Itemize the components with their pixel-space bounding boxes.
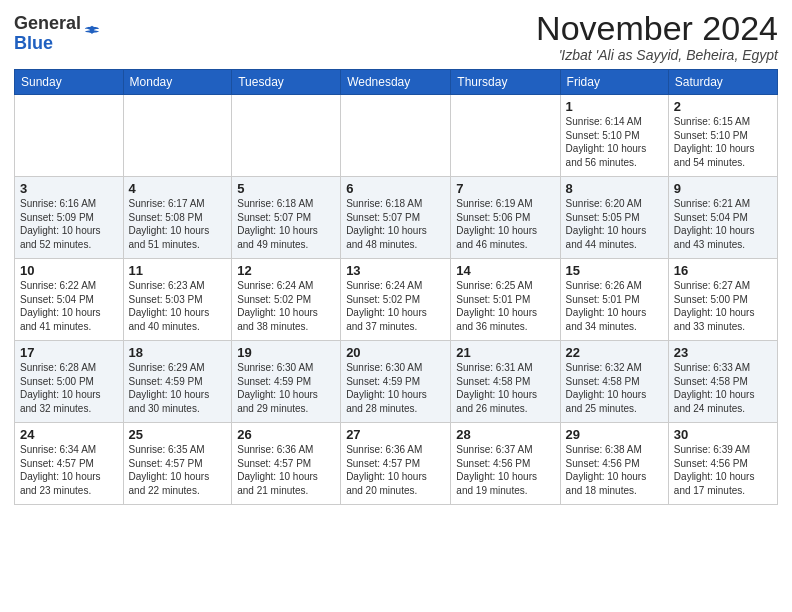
- calendar-cell: 14Sunrise: 6:25 AM Sunset: 5:01 PM Dayli…: [451, 259, 560, 341]
- day-number: 8: [566, 181, 663, 196]
- page-header: General Blue November 2024 'Izbat 'Ali a…: [14, 10, 778, 63]
- day-info: Sunrise: 6:22 AM Sunset: 5:04 PM Dayligh…: [20, 279, 118, 333]
- day-number: 25: [129, 427, 227, 442]
- logo: General Blue: [14, 14, 101, 54]
- calendar-cell: 17Sunrise: 6:28 AM Sunset: 5:00 PM Dayli…: [15, 341, 124, 423]
- calendar-cell: 9Sunrise: 6:21 AM Sunset: 5:04 PM Daylig…: [668, 177, 777, 259]
- logo-blue: Blue: [14, 34, 81, 54]
- day-number: 27: [346, 427, 445, 442]
- header-thursday: Thursday: [451, 70, 560, 95]
- day-number: 4: [129, 181, 227, 196]
- day-number: 1: [566, 99, 663, 114]
- calendar-week-row: 10Sunrise: 6:22 AM Sunset: 5:04 PM Dayli…: [15, 259, 778, 341]
- calendar-cell: 1Sunrise: 6:14 AM Sunset: 5:10 PM Daylig…: [560, 95, 668, 177]
- calendar-cell: [123, 95, 232, 177]
- header-wednesday: Wednesday: [341, 70, 451, 95]
- day-number: 16: [674, 263, 772, 278]
- day-info: Sunrise: 6:35 AM Sunset: 4:57 PM Dayligh…: [129, 443, 227, 497]
- day-info: Sunrise: 6:18 AM Sunset: 5:07 PM Dayligh…: [346, 197, 445, 251]
- logo-general: General: [14, 14, 81, 34]
- calendar-cell: 12Sunrise: 6:24 AM Sunset: 5:02 PM Dayli…: [232, 259, 341, 341]
- day-info: Sunrise: 6:23 AM Sunset: 5:03 PM Dayligh…: [129, 279, 227, 333]
- logo-text: General Blue: [14, 14, 81, 54]
- day-number: 17: [20, 345, 118, 360]
- calendar-cell: 18Sunrise: 6:29 AM Sunset: 4:59 PM Dayli…: [123, 341, 232, 423]
- day-number: 6: [346, 181, 445, 196]
- day-number: 15: [566, 263, 663, 278]
- day-info: Sunrise: 6:21 AM Sunset: 5:04 PM Dayligh…: [674, 197, 772, 251]
- day-number: 5: [237, 181, 335, 196]
- calendar-cell: 19Sunrise: 6:30 AM Sunset: 4:59 PM Dayli…: [232, 341, 341, 423]
- calendar-cell: [341, 95, 451, 177]
- calendar-cell: 24Sunrise: 6:34 AM Sunset: 4:57 PM Dayli…: [15, 423, 124, 505]
- day-info: Sunrise: 6:33 AM Sunset: 4:58 PM Dayligh…: [674, 361, 772, 415]
- day-number: 11: [129, 263, 227, 278]
- day-number: 24: [20, 427, 118, 442]
- calendar-cell: 30Sunrise: 6:39 AM Sunset: 4:56 PM Dayli…: [668, 423, 777, 505]
- day-number: 3: [20, 181, 118, 196]
- title-block: November 2024 'Izbat 'Ali as Sayyid, Beh…: [536, 10, 778, 63]
- calendar-cell: 7Sunrise: 6:19 AM Sunset: 5:06 PM Daylig…: [451, 177, 560, 259]
- calendar-week-row: 1Sunrise: 6:14 AM Sunset: 5:10 PM Daylig…: [15, 95, 778, 177]
- day-number: 9: [674, 181, 772, 196]
- day-info: Sunrise: 6:15 AM Sunset: 5:10 PM Dayligh…: [674, 115, 772, 169]
- day-info: Sunrise: 6:32 AM Sunset: 4:58 PM Dayligh…: [566, 361, 663, 415]
- day-info: Sunrise: 6:39 AM Sunset: 4:56 PM Dayligh…: [674, 443, 772, 497]
- day-number: 10: [20, 263, 118, 278]
- day-info: Sunrise: 6:18 AM Sunset: 5:07 PM Dayligh…: [237, 197, 335, 251]
- day-number: 20: [346, 345, 445, 360]
- page-container: General Blue November 2024 'Izbat 'Ali a…: [0, 0, 792, 511]
- day-number: 12: [237, 263, 335, 278]
- header-sunday: Sunday: [15, 70, 124, 95]
- location: 'Izbat 'Ali as Sayyid, Beheira, Egypt: [536, 47, 778, 63]
- calendar-cell: 29Sunrise: 6:38 AM Sunset: 4:56 PM Dayli…: [560, 423, 668, 505]
- header-saturday: Saturday: [668, 70, 777, 95]
- calendar-week-row: 24Sunrise: 6:34 AM Sunset: 4:57 PM Dayli…: [15, 423, 778, 505]
- month-title: November 2024: [536, 10, 778, 47]
- header-tuesday: Tuesday: [232, 70, 341, 95]
- calendar-cell: 25Sunrise: 6:35 AM Sunset: 4:57 PM Dayli…: [123, 423, 232, 505]
- calendar-cell: 21Sunrise: 6:31 AM Sunset: 4:58 PM Dayli…: [451, 341, 560, 423]
- day-number: 19: [237, 345, 335, 360]
- day-info: Sunrise: 6:20 AM Sunset: 5:05 PM Dayligh…: [566, 197, 663, 251]
- day-number: 29: [566, 427, 663, 442]
- day-info: Sunrise: 6:36 AM Sunset: 4:57 PM Dayligh…: [237, 443, 335, 497]
- day-info: Sunrise: 6:14 AM Sunset: 5:10 PM Dayligh…: [566, 115, 663, 169]
- calendar-table: Sunday Monday Tuesday Wednesday Thursday…: [14, 69, 778, 505]
- calendar-cell: 20Sunrise: 6:30 AM Sunset: 4:59 PM Dayli…: [341, 341, 451, 423]
- day-info: Sunrise: 6:16 AM Sunset: 5:09 PM Dayligh…: [20, 197, 118, 251]
- day-info: Sunrise: 6:19 AM Sunset: 5:06 PM Dayligh…: [456, 197, 554, 251]
- day-number: 28: [456, 427, 554, 442]
- day-number: 21: [456, 345, 554, 360]
- calendar-header-row: Sunday Monday Tuesday Wednesday Thursday…: [15, 70, 778, 95]
- day-info: Sunrise: 6:38 AM Sunset: 4:56 PM Dayligh…: [566, 443, 663, 497]
- day-info: Sunrise: 6:24 AM Sunset: 5:02 PM Dayligh…: [346, 279, 445, 333]
- day-number: 7: [456, 181, 554, 196]
- day-info: Sunrise: 6:37 AM Sunset: 4:56 PM Dayligh…: [456, 443, 554, 497]
- day-info: Sunrise: 6:25 AM Sunset: 5:01 PM Dayligh…: [456, 279, 554, 333]
- calendar-cell: 13Sunrise: 6:24 AM Sunset: 5:02 PM Dayli…: [341, 259, 451, 341]
- calendar-cell: 10Sunrise: 6:22 AM Sunset: 5:04 PM Dayli…: [15, 259, 124, 341]
- day-number: 14: [456, 263, 554, 278]
- calendar-cell: 23Sunrise: 6:33 AM Sunset: 4:58 PM Dayli…: [668, 341, 777, 423]
- calendar-cell: 26Sunrise: 6:36 AM Sunset: 4:57 PM Dayli…: [232, 423, 341, 505]
- calendar-cell: 28Sunrise: 6:37 AM Sunset: 4:56 PM Dayli…: [451, 423, 560, 505]
- calendar-cell: 8Sunrise: 6:20 AM Sunset: 5:05 PM Daylig…: [560, 177, 668, 259]
- calendar-cell: 27Sunrise: 6:36 AM Sunset: 4:57 PM Dayli…: [341, 423, 451, 505]
- calendar-week-row: 17Sunrise: 6:28 AM Sunset: 5:00 PM Dayli…: [15, 341, 778, 423]
- day-info: Sunrise: 6:31 AM Sunset: 4:58 PM Dayligh…: [456, 361, 554, 415]
- calendar-cell: 16Sunrise: 6:27 AM Sunset: 5:00 PM Dayli…: [668, 259, 777, 341]
- day-info: Sunrise: 6:36 AM Sunset: 4:57 PM Dayligh…: [346, 443, 445, 497]
- header-friday: Friday: [560, 70, 668, 95]
- day-info: Sunrise: 6:30 AM Sunset: 4:59 PM Dayligh…: [237, 361, 335, 415]
- day-number: 26: [237, 427, 335, 442]
- calendar-cell: 6Sunrise: 6:18 AM Sunset: 5:07 PM Daylig…: [341, 177, 451, 259]
- day-info: Sunrise: 6:27 AM Sunset: 5:00 PM Dayligh…: [674, 279, 772, 333]
- day-info: Sunrise: 6:24 AM Sunset: 5:02 PM Dayligh…: [237, 279, 335, 333]
- calendar-week-row: 3Sunrise: 6:16 AM Sunset: 5:09 PM Daylig…: [15, 177, 778, 259]
- day-info: Sunrise: 6:30 AM Sunset: 4:59 PM Dayligh…: [346, 361, 445, 415]
- header-monday: Monday: [123, 70, 232, 95]
- day-info: Sunrise: 6:34 AM Sunset: 4:57 PM Dayligh…: [20, 443, 118, 497]
- day-number: 30: [674, 427, 772, 442]
- day-info: Sunrise: 6:28 AM Sunset: 5:00 PM Dayligh…: [20, 361, 118, 415]
